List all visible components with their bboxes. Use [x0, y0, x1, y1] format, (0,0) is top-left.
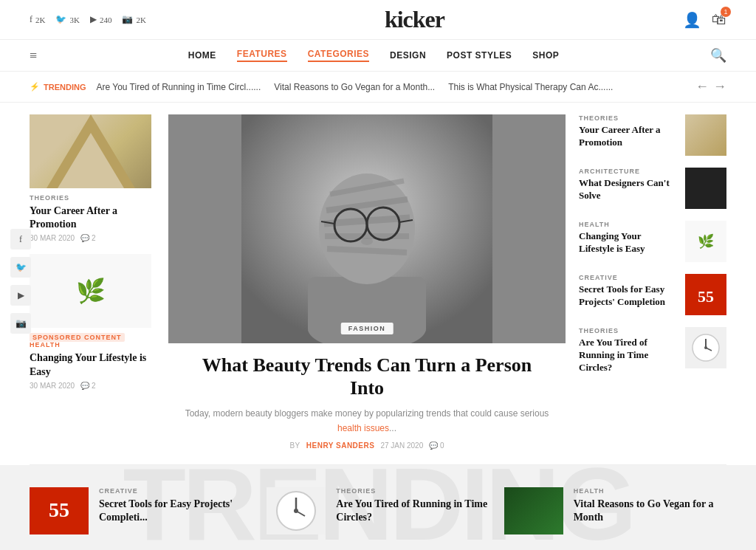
right-article-2-category: ARCHITECTURE	[579, 168, 678, 175]
feature-title[interactable]: What Beauty Trends Can Turn a Person Int…	[183, 354, 551, 399]
svg-point-16	[361, 238, 373, 245]
trending-item-2[interactable]: Vital Reasons to Go Vegan for a Month	[274, 82, 435, 92]
article-1-meta: 30 MAR 2020 💬 2	[30, 234, 155, 242]
right-article-4-title[interactable]: Secret Tools for Easy Projects' Completi…	[579, 283, 678, 309]
trending-text: TRENDING	[44, 83, 86, 92]
feature-comments: 💬 0	[429, 441, 444, 450]
right-article-3-title[interactable]: Changing Your Lifestyle is Easy	[579, 230, 678, 255]
site-logo[interactable]: kicker	[385, 6, 444, 33]
svg-point-28	[294, 509, 298, 513]
right-article-1-category: THEORIES	[579, 114, 678, 122]
instagram-side-icon[interactable]: 📷	[10, 313, 31, 334]
right-article-1-title[interactable]: Your Career After a Promotion	[579, 124, 678, 149]
feature-image[interactable]: FASHION	[168, 114, 566, 343]
bottom-card-1-text: CREATIVE Secret Tools for Easy Projects'…	[99, 487, 252, 524]
right-article-2-title[interactable]: What Designers Can't Solve	[579, 177, 678, 202]
by-label: BY	[289, 441, 300, 450]
trending-label: ⚡ TRENDING	[30, 82, 86, 92]
bottom-card-1: 55 CREATIVE Secret Tools for Easy Projec…	[30, 487, 252, 534]
article-2-comments: 💬 2	[80, 382, 95, 390]
nav-features[interactable]: FEATURES	[237, 49, 287, 62]
right-thumb-2[interactable]	[685, 168, 726, 209]
youtube-icon: ▶	[90, 14, 97, 25]
nav-links: HOME FEATURES CATEGORIES DESIGN POST STY…	[188, 49, 559, 62]
feature-author[interactable]: HENRY SANDERS	[306, 441, 375, 450]
nav-post-styles[interactable]: POST STYLES	[447, 50, 512, 61]
bottom-card-3-text: HEALTH Vital Reasons to Go Vegan for a M…	[574, 487, 726, 524]
article-1-image[interactable]	[30, 114, 151, 188]
left-article-2: 🌿 SPONSORED CONTENT HEALTH Changing Your…	[30, 254, 155, 389]
facebook-side-icon[interactable]: f	[10, 229, 31, 250]
bottom-card-1-category: CREATIVE	[99, 487, 252, 495]
user-icon[interactable]: 👤	[683, 11, 701, 29]
nav-bar: ≡ HOME FEATURES CATEGORIES DESIGN POST S…	[0, 40, 756, 72]
article-2-image[interactable]: 🌿	[30, 254, 151, 328]
nav-categories[interactable]: CATEGORIES	[308, 49, 369, 62]
youtube-link[interactable]: ▶ 240	[90, 14, 112, 25]
instagram-count: 2K	[136, 16, 145, 24]
feature-category: FASHION	[341, 323, 394, 334]
trending-fire-icon: ⚡	[30, 82, 40, 92]
article-1-comments: 💬 2	[80, 234, 95, 242]
twitter-side-icon[interactable]: 🐦	[10, 257, 31, 278]
social-sidebar: f 🐦 ▶ 📷	[10, 229, 31, 334]
bottom-thumb-2[interactable]	[267, 487, 326, 534]
top-bar: f 2K 🐦 3K ▶ 240 📷 2K kicker 👤 🛍 1	[0, 0, 756, 40]
feature-text: What Beauty Trends Can Turn a Person Int…	[168, 343, 566, 450]
bottom-card-3-title[interactable]: Vital Reasons to Go Vegan for a Month	[574, 498, 726, 524]
left-article-1: THEORIES Your Career After a Promotion 3…	[30, 114, 155, 242]
instagram-link[interactable]: 📷 2K	[122, 14, 145, 25]
right-thumb-3[interactable]: 🌿	[685, 221, 726, 262]
bottom-card-2-text: THEORIES Are You Tired of Running in Tim…	[336, 487, 489, 524]
feature-svg	[168, 114, 566, 343]
bottom-thumb-1[interactable]: 55	[30, 487, 89, 534]
bottom-card-2-title[interactable]: Are You Tired of Running in Time Circles…	[336, 498, 489, 524]
article-2-category: SPONSORED CONTENT HEALTH	[30, 334, 155, 348]
right-article-4: CREATIVE Secret Tools for Easy Projects'…	[579, 274, 726, 315]
search-icon[interactable]: 🔍	[710, 47, 726, 63]
right-article-4-text: CREATIVE Secret Tools for Easy Projects'…	[579, 274, 678, 309]
right-article-2-text: ARCHITECTURE What Designers Can't Solve	[579, 168, 678, 202]
twitter-link[interactable]: 🐦 3K	[55, 14, 79, 25]
hamburger-button[interactable]: ≡	[30, 48, 37, 63]
nav-design[interactable]: DESIGN	[390, 50, 426, 61]
bottom-card-3-category: HEALTH	[574, 487, 726, 495]
clock-icon	[691, 333, 721, 362]
nav-home[interactable]: HOME	[188, 50, 216, 61]
bottom-card-2-category: THEORIES	[336, 487, 489, 495]
bottom-card-3: HEALTH Vital Reasons to Go Vegan for a M…	[504, 487, 726, 534]
youtube-side-icon[interactable]: ▶	[10, 285, 31, 306]
main-content: THEORIES Your Career After a Promotion 3…	[0, 103, 756, 464]
comment-icon: 💬	[80, 234, 89, 242]
right-article-5-title[interactable]: Are You Tired of Running in Time Circles…	[579, 337, 678, 374]
svg-text:55: 55	[49, 498, 69, 521]
svg-text:55: 55	[698, 287, 714, 306]
right-thumb-1[interactable]	[685, 114, 726, 156]
article-1-title[interactable]: Your Career After a Promotion	[30, 204, 155, 231]
bottom-card-1-title[interactable]: Secret Tools for Easy Projects' Completi…	[99, 498, 252, 524]
feature-excerpt: Today, modern beauty bloggers make money…	[183, 407, 551, 435]
right-article-1: THEORIES Your Career After a Promotion	[579, 114, 726, 156]
bottom-section: TRENDING 55 CREATIVE Secret Tools for Ea…	[0, 465, 756, 550]
plant-icon-right: 🌿	[698, 233, 714, 250]
trending-items: Are You Tired of Running in Time Circl..…	[96, 82, 685, 92]
left-column: THEORIES Your Career After a Promotion 3…	[30, 114, 155, 450]
article-2-title[interactable]: Changing Your Lifestyle is Easy	[30, 351, 155, 378]
feature-excerpt-link[interactable]: health issues	[337, 423, 389, 433]
feature-byline: BY HENRY SANDERS 27 JAN 2020 💬 0	[183, 441, 551, 450]
cart-icon-wrap[interactable]: 🛍 1	[712, 11, 726, 28]
nav-shop[interactable]: SHOP	[532, 50, 559, 61]
right-article-2: ARCHITECTURE What Designers Can't Solve	[579, 168, 726, 209]
right-article-5-category: THEORIES	[579, 327, 678, 334]
right-thumb-4[interactable]: 55	[685, 274, 726, 315]
bottom-thumb-3[interactable]	[504, 487, 563, 534]
facebook-link[interactable]: f 2K	[30, 14, 45, 25]
trending-item-3[interactable]: This is What Physical Therapy Can Ac...	[448, 82, 613, 92]
trending-item-1[interactable]: Are You Tired of Running in Time Circl..…	[96, 82, 261, 92]
svg-line-9	[327, 249, 407, 252]
trending-prev[interactable]: ←	[695, 79, 709, 94]
plant-icon: 🌿	[76, 277, 106, 305]
trending-next[interactable]: →	[713, 79, 726, 94]
right-article-3: HEALTH Changing Your Lifestyle is Easy 🌿	[579, 221, 726, 262]
right-thumb-5[interactable]	[685, 327, 726, 368]
